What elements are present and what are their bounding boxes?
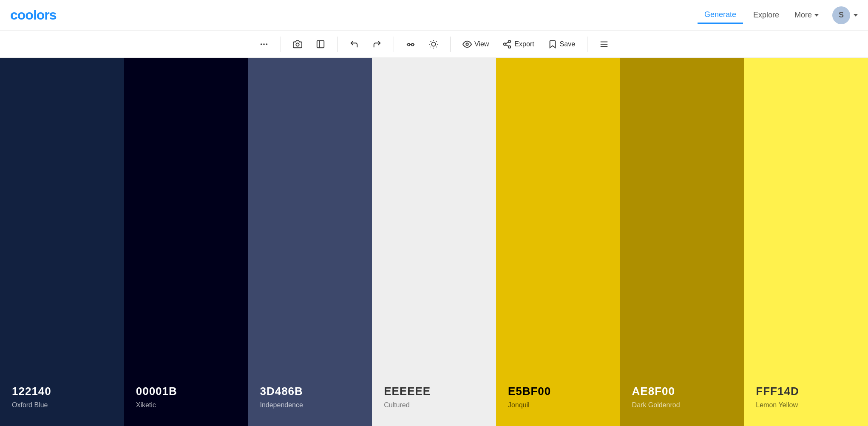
color-hex-6: FFF14D (756, 385, 868, 398)
svg-line-22 (506, 42, 508, 43)
view-button[interactable]: View (457, 36, 494, 52)
save-button[interactable]: Save (543, 36, 580, 52)
color-name-2: Independence (260, 401, 372, 409)
color-name-1: Xiketic (136, 401, 248, 409)
svg-point-18 (508, 40, 511, 43)
svg-point-0 (261, 43, 262, 45)
svg-point-6 (408, 43, 410, 46)
divider-1 (281, 37, 281, 52)
glasses-icon (406, 40, 415, 49)
svg-line-11 (431, 41, 431, 41)
svg-point-17 (466, 43, 468, 45)
panel-button[interactable] (311, 36, 330, 52)
screenshot-button[interactable] (288, 36, 307, 52)
svg-line-15 (431, 46, 431, 47)
undo-icon (349, 40, 359, 49)
svg-rect-4 (317, 40, 324, 48)
svg-point-2 (266, 43, 268, 45)
color-swatch-6[interactable]: FFF14DLemon Yellow (744, 58, 868, 426)
color-name-6: Lemon Yellow (756, 401, 868, 409)
svg-line-16 (436, 41, 437, 41)
nav-explore[interactable]: Explore (746, 7, 786, 23)
color-swatch-1[interactable]: 00001BXiketic (124, 58, 248, 426)
toolbar: View Export Save (0, 31, 868, 58)
svg-line-12 (436, 46, 437, 47)
brightness-button[interactable] (424, 36, 443, 52)
color-hex-1: 00001B (136, 385, 248, 398)
export-button[interactable]: Export (497, 36, 539, 52)
color-name-4: Jonquil (508, 401, 620, 409)
hamburger-icon (599, 40, 609, 49)
color-hex-4: E5BF00 (508, 385, 620, 398)
svg-point-19 (504, 43, 506, 45)
svg-point-7 (411, 43, 414, 46)
export-icon (502, 40, 512, 49)
color-name-0: Oxford Blue (12, 401, 124, 409)
save-label: Save (560, 40, 575, 48)
color-hex-2: 3D486B (260, 385, 372, 398)
redo-button[interactable] (367, 36, 387, 52)
avatar: S (832, 6, 850, 24)
divider-4 (450, 37, 451, 52)
glasses-button[interactable] (401, 36, 420, 52)
camera-icon (293, 40, 302, 49)
color-hex-5: AE8F00 (632, 385, 744, 398)
main-nav: Generate Explore More S (698, 6, 858, 24)
user-menu[interactable]: S (832, 6, 858, 24)
bookmark-icon (548, 40, 557, 49)
brightness-icon (429, 40, 438, 49)
svg-line-21 (506, 45, 508, 46)
divider-3 (394, 37, 394, 52)
color-name-3: Cultured (384, 401, 496, 409)
panel-icon (316, 40, 325, 49)
color-swatch-5[interactable]: AE8F00Dark Goldenrod (620, 58, 744, 426)
svg-point-8 (431, 42, 435, 46)
nav-more[interactable]: More (789, 7, 824, 23)
redo-icon (372, 40, 382, 49)
color-swatch-4[interactable]: E5BF00Jonquil (496, 58, 620, 426)
color-swatch-2[interactable]: 3D486BIndependence (248, 58, 372, 426)
color-swatch-0[interactable]: 122140Oxford Blue (0, 58, 124, 426)
color-hex-3: EEEEEE (384, 385, 496, 398)
logo[interactable]: coolors (10, 7, 57, 23)
ellipsis-icon (259, 40, 269, 49)
header: coolors Generate Explore More S (0, 0, 868, 31)
color-name-5: Dark Goldenrod (632, 401, 744, 409)
color-hex-0: 122140 (12, 385, 124, 398)
color-swatch-3[interactable]: EEEEEECultured (372, 58, 496, 426)
view-label: View (474, 40, 489, 48)
svg-point-3 (296, 43, 299, 46)
hamburger-button[interactable] (594, 36, 614, 52)
divider-2 (337, 37, 338, 52)
svg-point-1 (263, 43, 265, 45)
avatar-chevron-icon (854, 14, 858, 17)
undo-button[interactable] (344, 36, 364, 52)
chevron-down-icon (814, 14, 819, 17)
more-options-button[interactable] (254, 36, 274, 52)
nav-generate[interactable]: Generate (698, 7, 743, 24)
svg-point-20 (508, 45, 511, 48)
export-label: Export (514, 40, 534, 48)
color-palette: 122140Oxford Blue00001BXiketic3D486BInde… (0, 58, 868, 426)
divider-5 (587, 37, 587, 52)
eye-icon (462, 40, 472, 49)
